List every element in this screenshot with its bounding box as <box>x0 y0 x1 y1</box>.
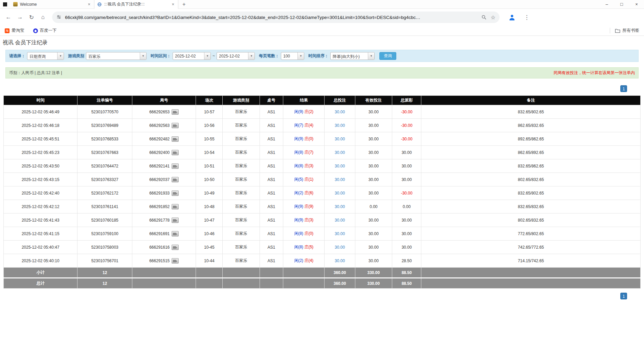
chevron-down-icon[interactable]: ▾ <box>204 52 210 60</box>
cell-table-id: AS1 <box>260 146 283 159</box>
game-type-value: 百家乐 <box>86 52 140 60</box>
video-replay-icon[interactable] <box>172 163 179 169</box>
filter-label-date-range: 时间区间： <box>151 53 171 59</box>
game-type-select[interactable]: 百家乐 ▾ <box>86 52 147 60</box>
bookmarks-bar: 淘 爱淘宝 百度一下 所有书签 <box>0 26 644 36</box>
chevron-down-icon[interactable]: ▾ <box>57 52 64 60</box>
reload-icon[interactable]: ↻ <box>26 12 37 22</box>
query-type-select[interactable]: 日期查询 ▾ <box>27 52 64 60</box>
video-replay-icon[interactable] <box>172 136 179 142</box>
video-replay-icon[interactable] <box>172 177 179 182</box>
maximize-button[interactable]: □ <box>614 0 629 9</box>
bookmark-label: 爱淘宝 <box>12 28 24 33</box>
url-text[interactable]: 66cxkj98.com/game/betrecord_search/kind3… <box>65 15 477 20</box>
new-tab-button[interactable]: + <box>178 1 190 7</box>
video-replay-icon[interactable] <box>172 109 179 115</box>
zoom-icon[interactable] <box>481 15 487 20</box>
chevron-down-icon[interactable]: ▾ <box>368 52 374 60</box>
table-row: 2025-12-02 05:42:12523010761141666291852… <box>4 200 641 213</box>
cell-game-type: 百家乐 <box>223 186 260 200</box>
minimize-button[interactable]: – <box>599 0 614 9</box>
total-bet-link[interactable]: 30.00 <box>335 231 345 236</box>
cell-valid-bet: 30.00 <box>355 132 392 146</box>
browser-menu-icon[interactable]: ⋮ <box>522 14 532 21</box>
cell-result: 闲(9) 庄(0) <box>283 132 325 146</box>
chevron-down-icon[interactable]: ▾ <box>140 52 146 60</box>
video-replay-icon[interactable] <box>172 190 179 196</box>
cell-game-type: 百家乐 <box>223 173 260 186</box>
cell-time: 2025-12-02 05:40:47 <box>4 241 77 254</box>
video-replay-icon[interactable] <box>172 123 179 128</box>
total-bet-link[interactable]: 30.00 <box>335 204 345 209</box>
cell-bet-id: 523010759100 <box>77 227 132 241</box>
chevron-down-icon[interactable]: ▾ <box>297 52 304 60</box>
total-bet-link[interactable]: 30.00 <box>335 245 345 250</box>
round-number: 666292400 <box>149 150 170 155</box>
bookmark-taobao[interactable]: 淘 爱淘宝 <box>5 28 24 33</box>
cell-session: 10-44 <box>196 254 223 268</box>
home-icon[interactable]: ⌂ <box>38 12 48 22</box>
cell-session: 10-45 <box>196 241 223 254</box>
cell-game-type: 百家乐 <box>223 227 260 241</box>
video-replay-icon[interactable] <box>172 231 179 236</box>
bookmark-star-icon[interactable]: ☆ <box>491 14 495 21</box>
video-replay-icon[interactable] <box>172 245 179 250</box>
tab-close-icon[interactable]: × <box>87 2 91 7</box>
cell-payout: 30.00 <box>392 173 421 186</box>
date-end-input[interactable]: 2025-12-02 ▾ <box>217 52 255 60</box>
cell-round-id: 666292141 <box>132 159 196 173</box>
bookmark-baidu[interactable]: 百度一下 <box>33 28 57 33</box>
search-button[interactable]: 查询 <box>379 52 396 60</box>
tab-welcome[interactable]: Welcome × <box>10 0 94 9</box>
cell-game-type: 百家乐 <box>223 146 260 159</box>
close-button[interactable]: × <box>629 0 644 9</box>
cell-payout: -30.00 <box>392 132 421 146</box>
video-replay-icon[interactable] <box>172 204 179 209</box>
cell-note: 832.65/832.65 <box>421 200 641 213</box>
cell-valid-bet: 30.00 <box>355 159 392 173</box>
total-bet-link[interactable]: 30.00 <box>335 150 345 155</box>
date-start-input[interactable]: 2025-12-02 ▾ <box>173 52 211 60</box>
all-bookmarks-button[interactable]: 所有书签 <box>610 28 639 33</box>
cell-total-bet: 30.00 <box>325 173 355 186</box>
total-bet-link[interactable]: 30.00 <box>335 110 345 114</box>
cell-payout: 30.00 <box>392 241 421 254</box>
url-bar[interactable]: 66cxkj98.com/game/betrecord_search/kind3… <box>52 12 499 23</box>
tab-close-icon[interactable]: × <box>171 2 175 7</box>
cell-bet-id: 523010768533 <box>77 132 132 146</box>
cell-time: 2025-12-02 05:46:49 <box>4 105 77 119</box>
cell-valid-bet: 30.00 <box>355 119 392 132</box>
sort-order-select[interactable]: 降幂(由大到小) ▾ <box>330 52 375 60</box>
total-bet-link[interactable]: 30.00 <box>335 177 345 182</box>
summary-total-bet: 360.00 <box>325 268 355 278</box>
cell-time: 2025-12-02 05:46:18 <box>4 119 77 132</box>
profile-avatar-icon[interactable] <box>508 14 516 21</box>
tab-title: Welcome <box>20 2 87 7</box>
site-info-icon[interactable] <box>56 15 62 20</box>
chevron-down-icon[interactable]: ▾ <box>248 52 254 60</box>
total-bet-link[interactable]: 30.00 <box>335 258 345 263</box>
total-bet-link[interactable]: 30.00 <box>335 164 345 168</box>
page-1-button[interactable]: 1 <box>620 293 627 299</box>
total-bet-link[interactable]: 30.00 <box>335 191 345 196</box>
back-icon[interactable]: ← <box>3 12 14 22</box>
sort-order-value: 降幂(由大到小) <box>331 52 368 60</box>
forward-icon[interactable]: → <box>15 12 25 22</box>
video-replay-icon[interactable] <box>172 258 179 264</box>
cell-round-id: 666291778 <box>132 213 196 227</box>
filter-label-sort: 时间排序： <box>308 53 329 59</box>
video-replay-icon[interactable] <box>172 150 179 155</box>
total-bet-link[interactable]: 30.00 <box>335 137 345 141</box>
summary-label: 小计 <box>4 268 77 278</box>
per-page-select[interactable]: 100 ▾ <box>281 52 304 60</box>
tab-bet-records[interactable]: :::视讯 会员下注纪录::: × <box>94 0 178 9</box>
round-number: 666292563 <box>149 123 170 128</box>
video-replay-icon[interactable] <box>172 218 179 223</box>
page-1-button[interactable]: 1 <box>620 85 627 92</box>
cell-bet-id: 523010761141 <box>77 200 132 213</box>
total-bet-link[interactable]: 30.00 <box>335 123 345 128</box>
cell-session: 10-50 <box>196 173 223 186</box>
cell-session: 10-51 <box>196 159 223 173</box>
total-bet-link[interactable]: 30.00 <box>335 218 345 223</box>
cell-session: 10-48 <box>196 200 223 213</box>
